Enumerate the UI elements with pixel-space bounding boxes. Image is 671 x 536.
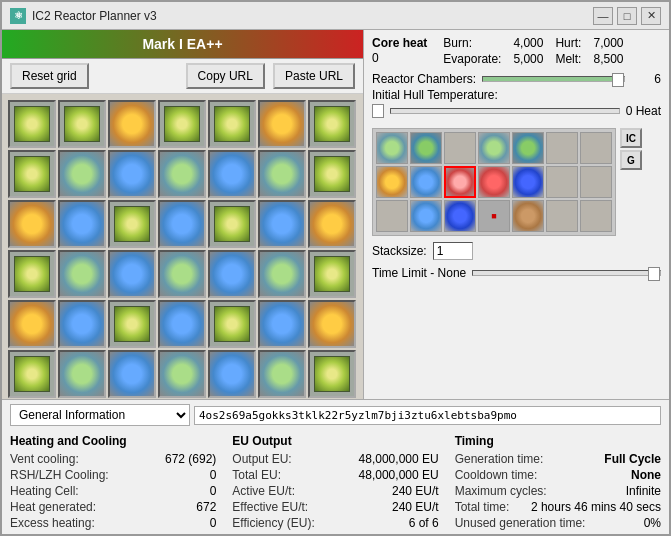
ic-button[interactable]: IC [620,128,642,148]
heat-slider-thumb[interactable] [372,104,384,118]
close-button[interactable]: ✕ [641,7,661,25]
item-cell[interactable] [580,132,612,164]
item-cell[interactable] [444,132,476,164]
grid-cell[interactable] [108,150,156,198]
grid-cell[interactable] [308,250,356,298]
grid-row-5 [8,300,357,348]
grid-cell[interactable] [208,100,256,148]
grid-cell[interactable] [58,150,106,198]
time-slider-thumb[interactable] [648,267,660,281]
grid-cell[interactable] [58,100,106,148]
item-row-3: ■ [376,200,612,232]
grid-cell[interactable] [108,300,156,348]
item-cell[interactable] [410,200,442,232]
heating-title: Heating and Cooling [10,434,216,448]
stacksize-input[interactable] [433,242,473,260]
item-cell[interactable] [546,166,578,198]
grid-cell[interactable] [258,200,306,248]
grid-cell[interactable] [8,200,56,248]
active-eu-key: Active EU/t: [232,484,295,498]
grid-cell[interactable] [208,200,256,248]
item-cell[interactable] [546,200,578,232]
grid-cell[interactable] [108,350,156,398]
minimize-button[interactable]: — [593,7,613,25]
grid-cell[interactable] [308,200,356,248]
stats-col-vals1: 4,000 5,000 [513,36,543,66]
window-title: IC2 Reactor Planner v3 [32,9,593,23]
stats-col-labels: Burn: Evaporate: [443,36,501,66]
grid-cell[interactable] [108,200,156,248]
grid-cell[interactable] [8,350,56,398]
grid-cell[interactable] [158,250,206,298]
heat-slider-track[interactable] [390,108,620,114]
item-cell[interactable] [444,200,476,232]
grid-cell[interactable] [108,250,156,298]
maximize-button[interactable]: □ [617,7,637,25]
window-controls: — □ ✕ [593,7,661,25]
item-cell[interactable] [478,132,510,164]
grid-cell[interactable] [258,250,306,298]
grid-cell[interactable] [308,350,356,398]
melt-value: 8,500 [593,52,623,66]
grid-cell[interactable] [308,300,356,348]
heat-slider-row: 0 Heat [372,104,661,118]
item-cell[interactable] [478,166,510,198]
vent-cooling-val: 672 (692) [165,452,216,466]
item-cell[interactable] [444,166,476,198]
timing-col: Timing Generation time: Full Cycle Coold… [455,434,661,530]
item-cell[interactable] [580,166,612,198]
grid-cell[interactable] [8,150,56,198]
item-cell[interactable]: ■ [478,200,510,232]
heat-generated-key: Heat generated: [10,500,96,514]
grid-cell[interactable] [158,150,206,198]
reset-grid-button[interactable]: Reset grid [10,63,89,89]
grid-cell[interactable] [308,150,356,198]
url-input[interactable] [194,406,661,425]
hurt-label: Hurt: [555,36,581,50]
grid-cell[interactable] [8,300,56,348]
grid-cell[interactable] [58,350,106,398]
grid-cell[interactable] [258,150,306,198]
grid-cell[interactable] [308,100,356,148]
grid-cell[interactable] [208,350,256,398]
grid-cell[interactable] [58,250,106,298]
item-cell[interactable] [546,132,578,164]
time-slider-track[interactable] [472,270,661,276]
item-cell[interactable] [410,166,442,198]
chambers-value: 6 [631,72,661,86]
item-cell[interactable] [376,200,408,232]
item-cell[interactable] [512,132,544,164]
grid-cell[interactable] [108,100,156,148]
heat-value-label: 0 Heat [626,104,661,118]
grid-cell[interactable] [158,100,206,148]
info-dropdown[interactable]: General Information [10,404,190,426]
item-cell[interactable] [512,166,544,198]
dropdown-row: General Information [10,404,661,426]
grid-cell[interactable] [8,100,56,148]
heating-cell-key: Heating Cell: [10,484,79,498]
grid-cell[interactable] [258,100,306,148]
grid-cell[interactable] [208,250,256,298]
paste-url-button[interactable]: Paste URL [273,63,355,89]
grid-cell[interactable] [208,300,256,348]
item-cell[interactable] [580,200,612,232]
item-cell[interactable] [376,166,408,198]
chambers-slider-track[interactable] [482,76,625,82]
item-cell[interactable] [376,132,408,164]
grid-cell[interactable] [208,150,256,198]
grid-cell[interactable] [58,300,106,348]
grid-cell[interactable] [258,300,306,348]
unused-gen-key: Unused generation time: [455,516,586,530]
grid-cell[interactable] [158,350,206,398]
grid-cell[interactable] [158,300,206,348]
grid-cell[interactable] [8,250,56,298]
grid-cell[interactable] [158,200,206,248]
heating-cooling-col: Heating and Cooling Vent cooling: 672 (6… [10,434,216,530]
g-button[interactable]: G [620,150,642,170]
grid-cell[interactable] [258,350,306,398]
item-cell[interactable] [512,200,544,232]
copy-url-button[interactable]: Copy URL [186,63,265,89]
grid-cell[interactable] [58,200,106,248]
item-cell[interactable] [410,132,442,164]
core-heat-block: Core heat 0 [372,36,427,65]
